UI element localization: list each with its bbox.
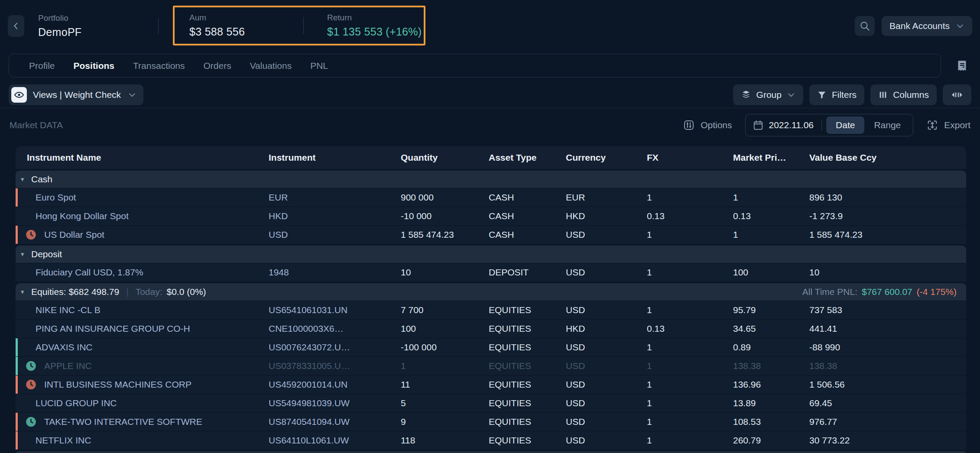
table-row[interactable]: US Dollar SpotUSD1 585 474.23CASHUSD111 … [16, 225, 966, 244]
table-row[interactable]: INTL BUSINESS MACHINES CORPUS4592001014.… [16, 375, 966, 394]
cell-asset-type: EQUITIES [489, 342, 566, 353]
columns-icon [878, 90, 888, 100]
cell-asset-type: DEPOSIT [489, 267, 566, 278]
group-title: Cash [31, 174, 52, 184]
cell-fx: 1 [647, 192, 733, 203]
cell-market-price: 1 [733, 192, 809, 203]
aum-return-highlight: Aum $3 588 556 Return $1 135 553 (+16%) [173, 6, 425, 45]
table-row[interactable]: NIKE INC -CL BUS6541061031.UN7 700EQUITI… [16, 301, 966, 319]
column-header[interactable]: FX [647, 152, 733, 163]
cell-value-base-ccy: 69.45 [809, 398, 966, 408]
funnel-icon [817, 90, 827, 100]
date-value[interactable]: 2022.11.06 [769, 120, 814, 130]
cell-name: APPLE INC [16, 361, 269, 371]
tabs: ProfilePositionsTransactionsOrdersValuat… [9, 54, 941, 78]
table-row[interactable]: PING AN INSURANCE GROUP CO-HCNE1000003X6… [16, 319, 966, 338]
cell-instrument: US0378331005.U… [269, 361, 401, 371]
date-segment[interactable]: Date [826, 116, 864, 134]
bank-accounts-dropdown[interactable]: Bank Accounts [882, 16, 972, 36]
column-header[interactable]: Market Pri… [733, 152, 809, 163]
collapse-triangle-icon[interactable]: ▾ [21, 288, 31, 296]
options-label: Options [701, 120, 732, 130]
search-button[interactable] [855, 16, 875, 36]
all-time-pnl-label: All Time PNL: [802, 287, 857, 297]
group-button[interactable]: Group [733, 84, 803, 105]
cell-quantity: 10 [401, 267, 489, 278]
cell-market-price: 0.13 [733, 211, 809, 221]
cell-value-base-ccy: -88 990 [809, 342, 966, 353]
table-row[interactable]: ADVAXIS INCUS0076243072.U…-100 000EQUITI… [16, 338, 966, 356]
tab-pnl[interactable]: PNL [310, 61, 328, 71]
table-row[interactable]: NETFLIX INCUS64110L1061.UW118EQUITIESUSD… [16, 431, 966, 450]
tab-profile[interactable]: Profile [29, 61, 55, 71]
market-data-actions: Options 2022.11.06 Date Range Export [683, 114, 970, 136]
filters-button[interactable]: Filters [809, 84, 864, 105]
views-selector[interactable]: Views | Weight Check [9, 84, 143, 105]
chevron-down-icon [787, 91, 795, 99]
group-pnl: All Time PNL:$767 600.07(-4 175%) [802, 283, 957, 301]
column-header[interactable]: Value Base Ccy [809, 152, 966, 163]
table-row[interactable]: TAKE-TWO INTERACTIVE SOFTWREUS8740541094… [16, 412, 966, 431]
group-header[interactable]: ▾Equities: $682 498.79|Today:$0.0 (0%)Al… [16, 283, 966, 301]
topbar-actions: Bank Accounts [855, 0, 972, 52]
export-icon [926, 119, 938, 131]
cell-asset-type: CASH [489, 211, 566, 221]
column-header[interactable]: Asset Type [489, 152, 566, 163]
group-header[interactable]: ▾Cash [16, 171, 966, 188]
collapse-triangle-icon[interactable]: ▾ [21, 250, 31, 258]
collapse-panels-button[interactable] [943, 84, 971, 105]
group-header[interactable]: ▾Deposit [16, 246, 966, 263]
column-header[interactable]: Instrument [269, 152, 401, 163]
cell-quantity: 100 [401, 324, 489, 334]
cell-market-price: 136.96 [733, 379, 809, 390]
toolbar-actions: Group Filters Columns [733, 84, 971, 105]
table-row[interactable]: LUCID GROUP INCUS5494981039.UW5EQUITIESU… [16, 394, 966, 412]
cell-value-base-ccy: 737 583 [809, 305, 966, 315]
return-value: $1 135 553 (+16%) [327, 26, 422, 38]
cell-fx: 1 [647, 230, 733, 240]
cell-name: NIKE INC -CL B [16, 305, 269, 315]
cell-value-base-ccy: 1 506.56 [809, 379, 966, 390]
cell-value-base-ccy: -1 273.9 [809, 211, 966, 221]
table-body: ▾CashEuro SpotEUR900 000CASHEUR11896 130… [16, 171, 966, 450]
columns-button[interactable]: Columns [870, 84, 937, 105]
next-group-header-partial[interactable] [16, 451, 966, 453]
range-segment[interactable]: Range [864, 116, 910, 134]
return-block: Return $1 135 553 (+16%) [327, 13, 422, 38]
portfolio-block: Portfolio DemoPF [38, 13, 81, 39]
cell-market-price: 1 [733, 230, 809, 240]
cell-market-price: 95.79 [733, 305, 809, 315]
cell-currency: USD [566, 230, 647, 240]
tab-transactions[interactable]: Transactions [133, 61, 185, 71]
table-row[interactable]: APPLE INCUS0378331005.U…1EQUITIESUSD1138… [16, 356, 966, 375]
cell-instrument: US6541061031.UN [269, 305, 401, 315]
cell-value-base-ccy: 10 [809, 267, 966, 278]
options-button[interactable]: Options [683, 119, 732, 131]
tab-valuations[interactable]: Valuations [250, 61, 292, 71]
receipt-icon[interactable] [956, 59, 969, 72]
tab-orders[interactable]: Orders [203, 61, 231, 71]
cell-instrument: US8740541094.UW [269, 417, 401, 427]
cell-currency: HKD [566, 324, 647, 334]
return-label: Return [327, 13, 422, 23]
column-header[interactable]: Currency [566, 152, 647, 163]
chevron-down-icon [128, 91, 136, 99]
toolbar-row: Views | Weight Check Group Filters [0, 84, 980, 105]
group-today-value: $0.0 (0%) [167, 287, 206, 297]
table-row[interactable]: Euro SpotEUR900 000CASHEUR11896 130 [16, 188, 966, 207]
collapse-triangle-icon[interactable]: ▾ [21, 175, 31, 183]
cell-value-base-ccy: 1 585 474.23 [809, 230, 966, 240]
cell-name: LUCID GROUP INC [16, 398, 269, 408]
export-button[interactable]: Export [926, 119, 970, 131]
back-button[interactable] [8, 15, 24, 37]
tab-positions[interactable]: Positions [74, 61, 115, 71]
cell-name: PING AN INSURANCE GROUP CO-H [16, 324, 269, 334]
eye-icon [11, 87, 27, 103]
filters-label: Filters [832, 90, 857, 100]
column-header[interactable]: Quantity [401, 152, 489, 163]
table-row[interactable]: Hong Kong Dollar SpotHKD-10 000CASHHKD0.… [16, 207, 966, 225]
column-header[interactable]: Instrument Name [16, 152, 269, 163]
table-row[interactable]: Fiduciary Call USD, 1.87%194810DEPOSITUS… [16, 263, 966, 282]
group-divider: | [126, 287, 128, 297]
columns-label: Columns [893, 90, 929, 100]
